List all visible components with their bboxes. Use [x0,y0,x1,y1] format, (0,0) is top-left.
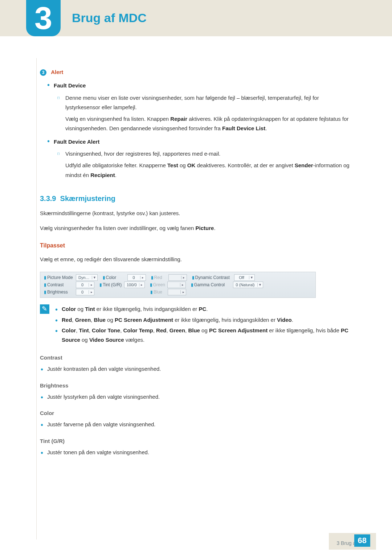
green-label: ▮Green [148,282,167,288]
picture-mode-label: ▮Picture Mode [42,274,76,281]
gamma-label: ▮Gamma Control [189,282,233,288]
color-desc: Justér farverne på den valgte visningsen… [47,420,352,429]
chapter-title: Brug af MDC [72,11,147,25]
tilpasset-p: Vælg et emne, og redigér den tilsvarende… [40,255,352,264]
contrast-desc: Justér kontrasten på den valgte visnings… [47,364,352,374]
alert-badge: 3 [40,69,46,76]
tint-desc: Justér tonen på den valgte visningsenhed… [47,448,352,457]
fault-device-item: Fault Device [54,81,352,90]
contrast-label: ▮Contrast [42,282,76,288]
section-p2: Vælg visningsenheder fra listen over ind… [40,223,352,233]
fault-device-desc2: Vælg en visningsenhed fra listen. Knappe… [65,114,352,134]
brightness-label: ▮Brightness [42,289,76,295]
brightness-spinner[interactable]: 0▸ [76,289,94,295]
tint-heading: Tint (G/R) [40,438,352,444]
fault-device-alert-desc1: Visningsenhed, hvor der registreres fejl… [65,149,352,159]
section-p1: Skærmindstillingerne (kontrast, lystyrke… [40,209,352,218]
note-2: Red, Green, Blue og PC Screen Adjustment… [62,315,352,325]
dynamic-contrast-label: ▮Dynamic Contrast [191,274,234,281]
alert-title: Alert [51,69,63,75]
blue-label: ▮Blue [149,289,168,295]
tilpasset-heading: Tilpasset [40,242,352,249]
dynamic-contrast-dropdown[interactable]: Off▼ [234,274,255,281]
blue-spinner: ▸ [168,289,186,295]
color-label: ▮Color [101,274,127,281]
gamma-dropdown[interactable]: 0 (Natural)▼ [233,282,263,288]
note-1: Color og Tint er ikke tilgængelig, hvis … [62,304,352,314]
fault-device-alert-desc2: Udfyld alle obligatoriske felter. Knappe… [65,161,352,180]
note-3: Color, Tint, Color Tone, Color Temp, Red… [62,326,352,344]
contrast-spinner[interactable]: 0▸ [76,282,94,288]
section-heading: 3.3.9 Skærmjustering [40,194,352,203]
alert-heading: 3 Alert [40,69,352,76]
chapter-number-tab: 3 [26,0,61,36]
color-spinner[interactable]: 0▸ [127,274,146,281]
picture-settings-panel: ▮Picture Mode Dyn…▼ ▮Color 0▸ ▮Red ▸ ▮Dy… [40,272,316,298]
note-block: Color og Tint er ikke tilgængelig, hvis … [40,304,352,346]
fault-device-label: Fault Device [54,82,86,89]
fault-device-desc1: Denne menu viser en liste over visningse… [65,93,352,112]
fault-device-alert-item: Fault Device Alert [54,137,352,147]
tint-label: ▮Tint (G/R) [98,282,124,288]
red-spinner: ▸ [168,274,187,281]
contrast-heading: Contrast [40,354,352,361]
color-heading: Color [40,410,352,416]
picture-mode-dropdown[interactable]: Dyn…▼ [76,274,98,281]
brightness-heading: Brightness [40,382,352,389]
tint-spinner[interactable]: 100/0▸ [124,282,145,288]
red-label: ▮Red [150,274,168,281]
header-bar: 3 Brug af MDC [0,0,392,36]
fault-device-alert-label: Fault Device Alert [54,139,99,145]
page-content: 3 Alert Fault Device Denne menu viser en… [0,36,392,457]
page-number: 68 [354,534,370,547]
left-margin-rule [36,58,37,539]
green-spinner: ▸ [167,282,186,288]
note-icon [40,304,49,314]
brightness-desc: Justér lysstyrken på den valgte visnings… [47,392,352,402]
